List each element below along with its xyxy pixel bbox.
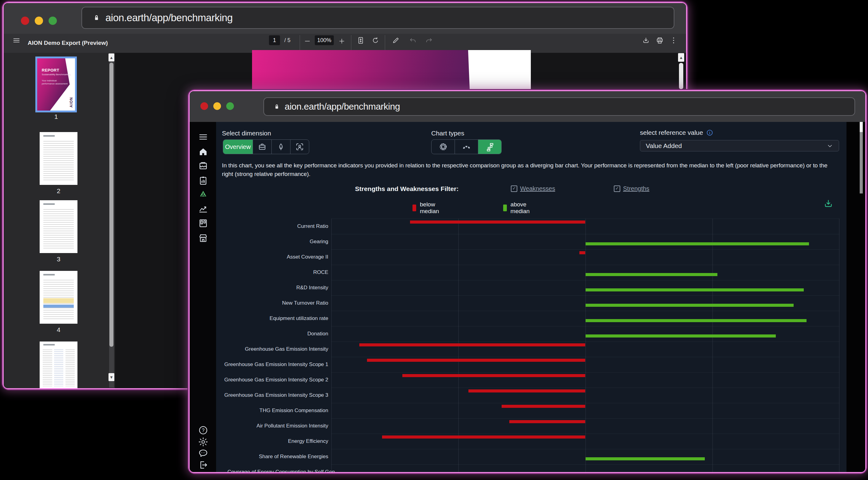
chart-category-label: Equipment utilization rate	[216, 315, 328, 321]
print-button[interactable]	[656, 36, 664, 44]
thumbnail-page-number: 2	[40, 187, 78, 195]
zoom-level[interactable]: 100%	[315, 35, 334, 45]
pdf-thumbnail-page-2[interactable]	[40, 132, 78, 185]
url-text: aion.earth/app/benchmarking	[105, 12, 233, 24]
checkbox-label: Strengths	[623, 185, 649, 192]
reference-label-row: select reference value	[640, 129, 713, 136]
cover-line: Your individual	[42, 79, 57, 82]
user-focus-icon	[295, 142, 304, 151]
info-icon[interactable]	[706, 129, 713, 136]
tab-radar[interactable]	[432, 140, 455, 154]
pdf-thumbnail-page-1[interactable]: REPORTSustainability BenchmarkingYour in…	[37, 58, 75, 110]
pdf-thumbnail-page-5[interactable]	[40, 342, 78, 388]
logout-icon	[198, 460, 208, 470]
chart-category-label: R&D Intensity	[216, 285, 328, 291]
download-icon	[823, 198, 834, 209]
pdf-thumbnail-page-3[interactable]	[40, 200, 78, 253]
undo-button[interactable]	[409, 36, 417, 44]
plus-icon	[338, 37, 345, 45]
rotate-icon	[371, 36, 380, 44]
address-bar[interactable]: aion.earth/app/benchmarking	[82, 7, 674, 29]
download-button[interactable]	[642, 36, 650, 44]
annotate-pen-button[interactable]	[392, 36, 400, 44]
sidebar-item-settings[interactable]	[198, 437, 208, 447]
legend-item: above median	[503, 201, 532, 215]
fit-page-button[interactable]	[356, 36, 365, 44]
sidebar-item-feedback[interactable]	[198, 448, 208, 458]
chart-category-label: New Turnover Ratio	[216, 300, 328, 306]
chart-description: In this chart, you see all the key perfo…	[222, 161, 840, 178]
scroll-down-arrow[interactable]: ▼	[108, 373, 114, 381]
brand-logo: AION	[69, 97, 73, 107]
tab-diverging[interactable]	[478, 140, 501, 154]
select-dimension-label: Select dimension	[222, 130, 271, 137]
radar-icon	[439, 142, 448, 151]
tab-user-focus[interactable]	[290, 140, 309, 154]
chart-category-labels: Current RatioGearingAsset Coverage IIROC…	[216, 219, 846, 472]
tab-overview[interactable]: Overview	[223, 140, 253, 154]
chevron-down-icon	[827, 142, 833, 149]
undo-icon	[409, 36, 417, 44]
reference-value-select[interactable]: Value Added	[640, 140, 839, 151]
zoom-out-button[interactable]	[304, 37, 311, 45]
chevron-down-icon	[827, 142, 833, 149]
chart-category-label: Coverage of Energy Consumption by Self G…	[227, 469, 335, 472]
cover-tag: REPORT	[42, 68, 59, 72]
chart-category-label: Gearing	[216, 239, 328, 245]
address-bar[interactable]: aion.earth/app/benchmarking	[264, 97, 855, 116]
redo-button[interactable]	[425, 36, 433, 44]
rail-scrollbar-thumb[interactable]	[110, 63, 114, 347]
help-icon: ?	[198, 425, 208, 436]
viewer-scroll-up[interactable]: ▲	[678, 53, 684, 62]
filter-checkbox-weaknesses[interactable]: ✓Weaknesses	[511, 185, 555, 192]
gauge-icon	[462, 142, 471, 151]
pdf-thumbnail-page-4[interactable]	[40, 271, 78, 324]
chart-category-label: Asset Coverage II	[216, 254, 328, 260]
legend-item: below median	[412, 201, 441, 215]
filter-title: Strengths and Weaknesses Filter:	[355, 185, 459, 193]
cover-line: performance assessment	[42, 82, 68, 85]
thumbnail-page-number: 3	[40, 255, 78, 263]
sidebar-item-help[interactable]: ?	[198, 425, 208, 436]
chart-category-label: Greenhouse Gas Emission Intensity Scope …	[216, 362, 328, 368]
window-front: aion.earth/app/benchmarking ? Select dim…	[190, 91, 865, 472]
feedback-icon	[198, 448, 208, 458]
pen-icon	[392, 36, 400, 44]
chart-download-button[interactable]	[823, 198, 834, 209]
rotate-button[interactable]	[371, 36, 380, 44]
page-count: / 5	[284, 37, 290, 44]
viewer-scrollbar-thumb[interactable]	[679, 63, 683, 89]
tab-tree[interactable]	[271, 140, 290, 154]
sidebar-item-logout[interactable]	[198, 460, 208, 470]
chart-category-label: Energy Efficiency	[216, 438, 328, 444]
page-number-input[interactable]: 1	[269, 35, 280, 45]
scroll-up-arrow[interactable]: ▲	[108, 54, 114, 61]
info-icon	[706, 129, 713, 136]
toolbar-divider	[300, 35, 300, 52]
toolbar-divider	[385, 35, 385, 52]
fit-page-icon	[356, 36, 365, 44]
checkbox-label: Weaknesses	[520, 185, 555, 192]
thumbnail-page-number: 1	[37, 113, 75, 121]
chart-category-label: Air Pollutant Emission Intensity	[216, 423, 328, 429]
url-text: aion.earth/app/benchmarking	[285, 101, 400, 112]
checkbox-icon: ✓	[614, 185, 620, 192]
tab-briefcase[interactable]	[253, 140, 271, 154]
legend-swatch	[412, 205, 416, 211]
page-scrollbar-thumb[interactable]	[860, 132, 863, 194]
chart-category-label: Greenhouse Gas Emission Intensity Scope …	[216, 392, 328, 398]
overflow-menu-button[interactable]	[670, 36, 678, 44]
dimension-tab-group: Overview	[223, 139, 309, 154]
page-scrollbar-thumb-top[interactable]	[860, 122, 863, 132]
chart-category-label: Greenhouse Gas Emission Intensity	[216, 346, 328, 352]
lock-icon	[273, 103, 281, 111]
sidebar-bottom-items: ?	[190, 91, 216, 472]
chart-category-label: Share of Renewable Energies	[216, 454, 328, 460]
diverging-icon	[485, 142, 495, 151]
thumbnail-list: REPORTSustainability BenchmarkingYour in…	[4, 3, 115, 388]
zoom-in-button[interactable]	[338, 37, 345, 45]
reference-label: select reference value	[640, 129, 703, 136]
tab-gauge[interactable]	[455, 140, 478, 154]
maximize-button[interactable]	[226, 102, 234, 110]
filter-checkbox-strengths[interactable]: ✓Strengths	[614, 185, 649, 192]
